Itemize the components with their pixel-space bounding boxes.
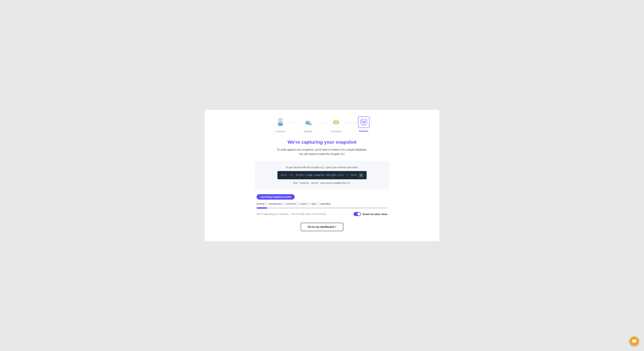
step-sample: Sample <box>302 117 314 133</box>
svg-point-5 <box>278 123 283 125</box>
progress-bar-fill <box>256 207 267 209</box>
step-transform: Transform <box>330 117 342 133</box>
progress-step-uploading: uploading <box>320 202 330 205</box>
progress-step-introspection: introspection <box>269 202 282 205</box>
cli-bash: bash <box>350 174 356 177</box>
progress-circle-4 <box>308 202 311 205</box>
cli-flag: -sL <box>289 174 294 177</box>
cli-run-text: Run 'snaplet setup' once you've installe… <box>262 182 382 184</box>
dashboard-button[interactable]: Go to my dashboard > <box>301 223 343 231</box>
progress-circle-5 <box>317 202 320 205</box>
svg-point-13 <box>309 124 312 125</box>
capture-text: We're capturing your snapshot... This no… <box>256 213 326 215</box>
svg-point-14 <box>309 123 312 124</box>
connector-2 <box>316 117 329 125</box>
svg-point-20 <box>363 122 364 123</box>
step-connect: Connect <box>274 117 286 133</box>
svg-point-10 <box>306 121 310 122</box>
step-sample-label: Sample <box>304 130 312 133</box>
launch-badge: Launching snapshot worker <box>256 194 295 200</box>
page-subtitle: To code against your snapshot, you'll ne… <box>215 148 429 156</box>
email-toggle[interactable] <box>354 212 361 216</box>
progress-step-booting: booting <box>256 202 264 205</box>
cli-command: curl -sL https://app.snaplet.dev/get-cli… <box>278 171 366 179</box>
progress-step-schemas: schemas <box>286 202 296 205</box>
svg-point-19 <box>364 122 365 122</box>
connector-3 <box>343 117 357 125</box>
step-restore-label: Restore <box>359 130 368 132</box>
cli-command-wrap: curl -sL https://app.snaplet.dev/get-cli… <box>262 171 382 179</box>
progress-section: Launching snapshot worker booting intros… <box>256 194 388 216</box>
progress-circle-1 <box>265 202 268 205</box>
cli-box: To get started with the Snaplet CLI, ope… <box>255 161 389 189</box>
step-transform-label: Transform <box>330 130 342 133</box>
progress-steps-row: booting introspection schemas subset dat… <box>256 202 388 205</box>
capture-row: We're capturing your snapshot... This no… <box>256 212 388 216</box>
copy-button[interactable]: ⧉ <box>359 173 363 177</box>
page-heading: We're capturing your snapshot <box>215 140 429 145</box>
cli-url: https://app.snaplet.dev/get-cli/ <box>296 174 344 177</box>
progress-circle-3 <box>296 202 299 205</box>
chat-icon <box>632 339 636 343</box>
step-connect-label: Connect <box>276 130 285 133</box>
main-card: Connect <box>204 110 440 241</box>
connect-icon <box>274 117 286 128</box>
email-label: Email me when done <box>362 213 388 216</box>
transform-icon <box>330 117 342 128</box>
cli-pipe: | <box>347 174 348 177</box>
cli-prefix: curl <box>281 174 287 177</box>
chat-bubble[interactable] <box>630 336 639 346</box>
progress-step-subset: subset <box>300 202 307 205</box>
sample-icon <box>302 117 314 128</box>
progress-bar-container <box>256 207 388 209</box>
svg-point-18 <box>362 122 363 122</box>
email-toggle-wrap: Email me when done <box>354 212 388 216</box>
connector-1 <box>288 117 301 125</box>
progress-circle-2 <box>282 202 286 205</box>
restore-icon <box>358 117 370 128</box>
steps-row: Connect <box>215 117 429 133</box>
step-restore: Restore <box>358 117 370 132</box>
progress-step-data: data <box>312 202 316 205</box>
dashboard-btn-wrap: Go to my dashboard > <box>215 223 429 231</box>
cli-description: To get started with the Snaplet CLI, ope… <box>262 166 382 169</box>
